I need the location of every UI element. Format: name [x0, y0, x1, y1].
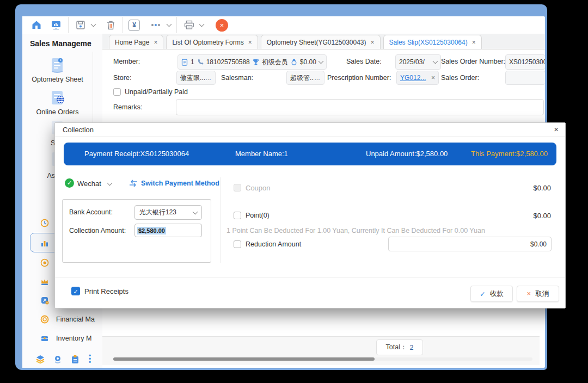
clipboard-icon[interactable]: [71, 355, 79, 366]
dialog-close-icon[interactable]: ×: [554, 125, 559, 134]
crown-icon[interactable]: [40, 277, 49, 288]
tab-sales-slip[interactable]: Sales Slip(XS0125030064) ×: [383, 35, 482, 49]
bank-account-label: Bank Account:: [69, 208, 113, 216]
tab-close-icon[interactable]: ×: [472, 39, 476, 46]
prescription-link[interactable]: YG012...: [400, 74, 426, 82]
salesman-picker-icon[interactable]: …: [314, 75, 321, 81]
currency-yen-icon[interactable]: ¥: [128, 20, 140, 31]
printer-icon[interactable]: [182, 18, 195, 32]
x-icon: ×: [527, 290, 531, 298]
home-icon[interactable]: [30, 18, 43, 32]
sales-date-label: Sales Date:: [346, 58, 382, 65]
inventory-box-icon[interactable]: [40, 334, 49, 345]
horizontal-scrollbar[interactable]: [113, 357, 532, 361]
tab-optometry-sheet[interactable]: Optometry Sheet(YG0125030043) ×: [261, 35, 381, 49]
prescription-clear-icon[interactable]: ×: [431, 74, 435, 82]
sidebar-item-online-orders[interactable]: Online Orders: [22, 108, 93, 116]
collection-dialog: Collection × Payment Receipt:XS012503006…: [54, 122, 566, 308]
clock-icon[interactable]: [40, 219, 49, 230]
optometry-sheet-icon[interactable]: [48, 55, 66, 74]
bank-account-dropdown-icon: [193, 209, 198, 214]
coin-gear-icon[interactable]: [40, 258, 49, 269]
point-hint: 1 Point Can Be Deducted For 1.00 Yuan, C…: [226, 227, 485, 234]
phone-icon: [197, 59, 204, 65]
delete-icon[interactable]: [104, 18, 117, 32]
store-label: Store:: [113, 74, 131, 82]
confirm-collect-button[interactable]: ✓ 收款: [470, 286, 513, 302]
sidebar-item-optometry-sheet[interactable]: Optometry Sheet: [22, 76, 93, 83]
kebab-menu-icon[interactable]: •••: [89, 354, 91, 364]
tab-close-icon[interactable]: ×: [154, 39, 157, 46]
wechat-icon: ✓: [65, 178, 74, 188]
balance-purse-icon: [291, 59, 297, 65]
remarks-label: Remarks:: [113, 103, 142, 111]
tab-close-icon[interactable]: ×: [248, 39, 252, 46]
total-box: Total： 2: [376, 339, 423, 355]
printer-dropdown-icon[interactable]: [199, 22, 205, 27]
reduction-label: Reduction Amount: [246, 240, 301, 248]
date-dropdown-icon[interactable]: [433, 59, 438, 64]
finance-ring-icon[interactable]: [40, 315, 49, 326]
collection-amount-label: Collection Amount:: [69, 227, 126, 234]
check-icon: ✓: [480, 290, 485, 298]
reduction-checkbox[interactable]: [234, 240, 241, 248]
sidebar-mini-item-inventory[interactable]: Inventory M: [56, 335, 100, 342]
cancel-button[interactable]: × 取消: [517, 286, 559, 302]
point-label: Point(0): [246, 212, 270, 219]
save-icon[interactable]: [74, 18, 87, 32]
tab-optometry-forms-list[interactable]: List Of Optometry Forms ×: [166, 35, 258, 49]
toolbar: ¥ ×: [22, 16, 545, 34]
total-label: Total：: [386, 343, 407, 352]
print-receipts-label: Print Receipts: [84, 287, 128, 295]
point-amount: $0.00: [533, 212, 551, 220]
store-picker-icon[interactable]: …: [205, 75, 212, 81]
coupon-checkbox: [234, 184, 241, 192]
sales-order-number-field[interactable]: XS01250300: [505, 54, 545, 70]
share-gear-icon[interactable]: [40, 296, 49, 307]
point-checkbox[interactable]: [234, 212, 241, 219]
prescription-number-label: Prescription Number:: [327, 74, 391, 82]
layers-icon[interactable]: [35, 355, 45, 366]
member-id-icon: [181, 59, 188, 66]
store-field[interactable]: 傲蓝眼... …: [176, 71, 216, 85]
dashboard-icon[interactable]: [50, 18, 63, 32]
remarks-input[interactable]: [176, 99, 544, 115]
coupon-label: Coupon: [246, 184, 271, 192]
sales-order-field[interactable]: [505, 71, 545, 85]
save-dropdown-icon[interactable]: [91, 22, 96, 27]
bar-chart-icon[interactable]: [40, 239, 49, 250]
switch-payment-method-link[interactable]: Switch Payment Method: [141, 180, 219, 187]
member-label: Member:: [113, 58, 140, 65]
more-dropdown-icon[interactable]: [167, 22, 172, 27]
dialog-footer-divider: [55, 277, 565, 277]
prescription-number-field[interactable]: YG012... ×: [396, 71, 439, 85]
member-field[interactable]: 1 181025750588 初级会员 $0.00: [177, 54, 327, 70]
banner-this-payment: This Payment:$2,580.00: [471, 143, 548, 165]
bank-account-select[interactable]: 光大银行123: [134, 205, 202, 220]
collection-amount-input[interactable]: $2,580.00: [134, 224, 202, 237]
sidebar-title: Sales Manageme: [30, 39, 91, 48]
tab-bar: Home Page × List Of Optometry Forms × Op…: [102, 34, 545, 50]
member-dropdown-icon[interactable]: [318, 59, 324, 64]
close-circle-icon[interactable]: ×: [216, 19, 228, 32]
payment-banner: Payment Receipt:XS0125030064 Member Name…: [64, 143, 556, 165]
sidebar-mini-item-financial[interactable]: Financial Ma: [56, 316, 100, 323]
more-dots-icon[interactable]: [148, 18, 164, 32]
payment-method-dropdown-icon[interactable]: [107, 181, 113, 186]
sidebar-collapse-icon[interactable]: ‹: [89, 39, 91, 47]
scrollbar-thumb[interactable]: [113, 357, 375, 361]
salesman-field[interactable]: 超级管... …: [286, 71, 324, 85]
payment-detail-box: Bank Account: 光大银行123 Collection Amount:…: [62, 199, 211, 263]
tab-home-page[interactable]: Home Page ×: [109, 35, 163, 49]
unpaid-checkbox[interactable]: [113, 88, 121, 96]
total-value: 2: [409, 344, 413, 351]
payment-method-value[interactable]: Wechat: [77, 180, 101, 188]
print-receipts-checkbox[interactable]: ✓: [71, 287, 80, 295]
online-orders-icon[interactable]: [48, 88, 66, 107]
reduction-amount-input[interactable]: $0.00: [388, 237, 552, 251]
switch-arrows-icon[interactable]: [129, 180, 138, 187]
coupon-amount: $0.00: [533, 184, 551, 192]
sales-date-field[interactable]: 2025/03/: [395, 54, 441, 70]
badge-icon[interactable]: [53, 355, 63, 366]
tab-close-icon[interactable]: ×: [371, 39, 375, 46]
